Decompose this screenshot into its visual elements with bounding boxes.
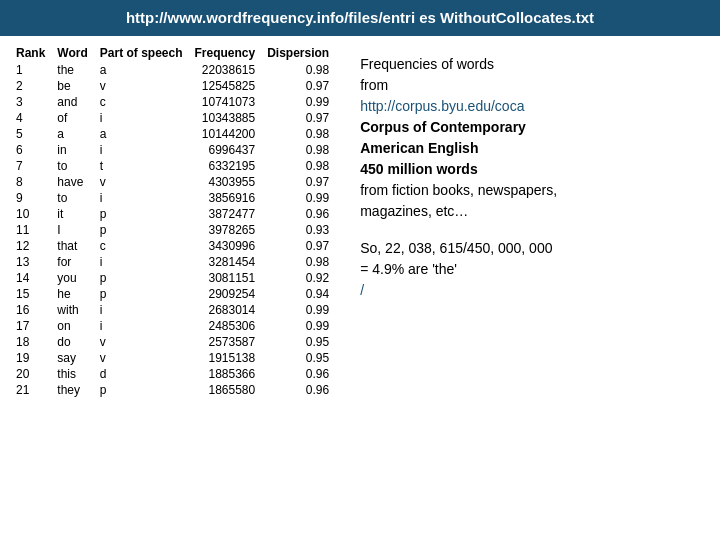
table-cell: 0.98	[261, 62, 335, 78]
table-cell: p	[94, 206, 189, 222]
table-cell: 19	[10, 350, 51, 366]
table-cell: 6996437	[189, 142, 262, 158]
table-row: 1thea220386150.98	[10, 62, 335, 78]
table-row: 10itp38724770.96	[10, 206, 335, 222]
table-cell: 0.97	[261, 110, 335, 126]
table-row: 17oni24853060.99	[10, 318, 335, 334]
table-cell: 0.98	[261, 254, 335, 270]
table-cell: 0.98	[261, 126, 335, 142]
table-cell: p	[94, 222, 189, 238]
table-cell: i	[94, 318, 189, 334]
table-cell: 0.97	[261, 174, 335, 190]
table-cell: do	[51, 334, 93, 350]
desc-line1: Frequencies of words	[360, 54, 695, 75]
table-cell: 0.96	[261, 206, 335, 222]
table-cell: it	[51, 206, 93, 222]
desc-line2: from	[360, 75, 695, 96]
table-cell: 0.93	[261, 222, 335, 238]
table-cell: 10	[10, 206, 51, 222]
table-cell: i	[94, 254, 189, 270]
corpus-name2: American English	[360, 138, 695, 159]
table-cell: 0.95	[261, 334, 335, 350]
table-cell: to	[51, 158, 93, 174]
table-cell: v	[94, 174, 189, 190]
table-cell: have	[51, 174, 93, 190]
table-cell: 3281454	[189, 254, 262, 270]
table-cell: for	[51, 254, 93, 270]
col-pos: Part of speech	[94, 44, 189, 62]
table-cell: 3430996	[189, 238, 262, 254]
table-cell: 0.98	[261, 142, 335, 158]
table-cell: 17	[10, 318, 51, 334]
table-cell: on	[51, 318, 93, 334]
table-row: 19sayv19151380.95	[10, 350, 335, 366]
table-cell: a	[94, 62, 189, 78]
table-cell: 12545825	[189, 78, 262, 94]
table-cell: 0.99	[261, 94, 335, 110]
table-cell: p	[94, 286, 189, 302]
table-cell: 0.99	[261, 190, 335, 206]
table-cell: 21	[10, 382, 51, 398]
table-cell: that	[51, 238, 93, 254]
table-cell: 5	[10, 126, 51, 142]
table-cell: 13	[10, 254, 51, 270]
table-cell: d	[94, 366, 189, 382]
table-cell: 1915138	[189, 350, 262, 366]
table-cell: 2909254	[189, 286, 262, 302]
word-count: 450 million words	[360, 159, 695, 180]
table-row: 13fori32814540.98	[10, 254, 335, 270]
table-cell: c	[94, 238, 189, 254]
table-cell: be	[51, 78, 93, 94]
table-cell: 3856916	[189, 190, 262, 206]
table-cell: 6332195	[189, 158, 262, 174]
table-cell: 22038615	[189, 62, 262, 78]
table-row: 11Ip39782650.93	[10, 222, 335, 238]
table-cell: v	[94, 78, 189, 94]
table-cell: of	[51, 110, 93, 126]
table-cell: he	[51, 286, 93, 302]
col-rank: Rank	[10, 44, 51, 62]
table-cell: i	[94, 302, 189, 318]
source-line1: from fiction books, newspapers,	[360, 180, 695, 201]
table-header-row: Rank Word Part of speech Frequency Dispe…	[10, 44, 335, 62]
calc-line1: So, 22, 038, 615/450, 000, 000	[360, 238, 695, 259]
table-cell: t	[94, 158, 189, 174]
table-cell: 0.97	[261, 78, 335, 94]
table-cell: 14	[10, 270, 51, 286]
table-cell: 0.98	[261, 158, 335, 174]
table-cell: in	[51, 142, 93, 158]
table-cell: 0.94	[261, 286, 335, 302]
table-cell: 3081151	[189, 270, 262, 286]
table-cell: 6	[10, 142, 51, 158]
table-cell: a	[51, 126, 93, 142]
table-cell: say	[51, 350, 93, 366]
frequency-table-section: Rank Word Part of speech Frequency Dispe…	[10, 44, 335, 398]
col-frequency: Frequency	[189, 44, 262, 62]
table-cell: 11	[10, 222, 51, 238]
table-row: 3andc107410730.99	[10, 94, 335, 110]
table-cell: 8	[10, 174, 51, 190]
table-cell: I	[51, 222, 93, 238]
table-cell: 10741073	[189, 94, 262, 110]
table-row: 8havev43039550.97	[10, 174, 335, 190]
table-row: 12thatc34309960.97	[10, 238, 335, 254]
table-row: 16withi26830140.99	[10, 302, 335, 318]
table-cell: v	[94, 350, 189, 366]
table-cell: 1865580	[189, 382, 262, 398]
table-row: 5aa101442000.98	[10, 126, 335, 142]
table-cell: a	[94, 126, 189, 142]
corpus-link[interactable]: http://corpus.byu.edu/coca	[360, 96, 695, 117]
table-row: 15hep29092540.94	[10, 286, 335, 302]
main-content: Rank Word Part of speech Frequency Dispe…	[0, 36, 720, 406]
header-url-text: http://www.wordfrequency.info/files/entr…	[126, 9, 594, 26]
table-cell: i	[94, 190, 189, 206]
table-row: 20thisd18853660.96	[10, 366, 335, 382]
table-cell: 4	[10, 110, 51, 126]
table-row: 7tot63321950.98	[10, 158, 335, 174]
table-cell: with	[51, 302, 93, 318]
table-cell: 12	[10, 238, 51, 254]
frequency-table: Rank Word Part of speech Frequency Dispe…	[10, 44, 335, 398]
table-cell: p	[94, 270, 189, 286]
slash-link[interactable]: /	[360, 280, 695, 301]
table-cell: you	[51, 270, 93, 286]
